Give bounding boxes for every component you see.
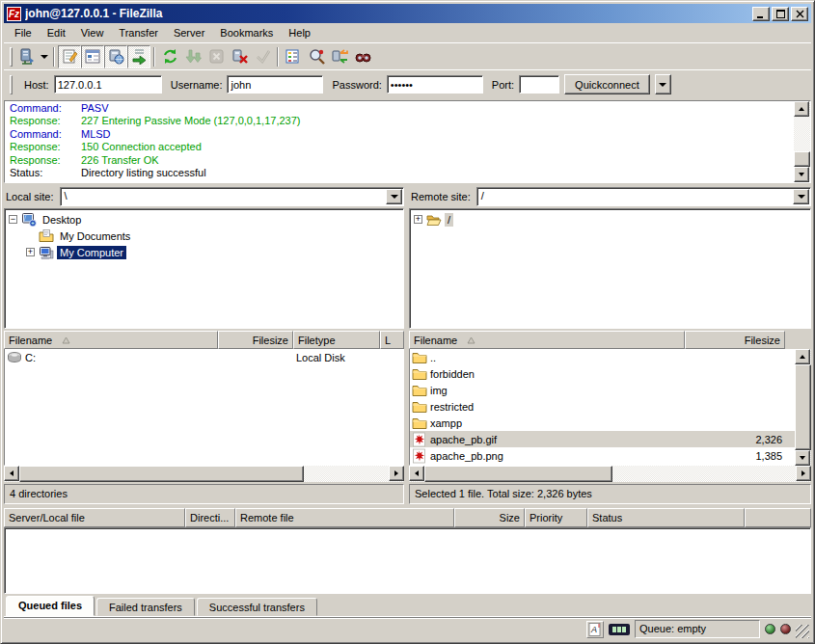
column-header-blank[interactable]	[745, 508, 811, 527]
combo-dropdown-button[interactable]	[793, 189, 809, 204]
data-type-indicator-icon[interactable]	[609, 624, 630, 635]
site-manager-icon[interactable]	[15, 45, 39, 68]
host-input[interactable]	[54, 75, 162, 94]
quickconnect-grip[interactable]	[10, 75, 13, 94]
site-manager-dropdown-button[interactable]	[39, 45, 50, 68]
toolbar-grip[interactable]	[10, 47, 13, 67]
scrollbar-thumb[interactable]	[424, 466, 612, 482]
menu-view[interactable]: View	[74, 25, 111, 40]
tree-item[interactable]: −Desktop	[5, 211, 403, 228]
scroll-up-button[interactable]	[795, 349, 810, 364]
tab-queued-files[interactable]: Queued files	[6, 596, 95, 616]
expand-icon[interactable]: +	[26, 248, 35, 256]
file-row[interactable]: ..	[410, 349, 795, 365]
scrollbar-thumb[interactable]	[19, 466, 304, 482]
password-input[interactable]	[387, 75, 483, 94]
port-input[interactable]	[519, 75, 559, 94]
triangle-down-icon	[800, 456, 805, 460]
scroll-up-button[interactable]	[794, 101, 809, 117]
scroll-down-button[interactable]	[795, 450, 810, 466]
collapse-icon[interactable]: −	[9, 215, 17, 224]
tree-item-label[interactable]: My Documents	[57, 229, 133, 243]
file-row[interactable]: restricted	[410, 398, 795, 415]
local-tree: −DesktopMy Documents+My Computer	[4, 208, 404, 329]
column-header-directi-[interactable]: Directi...	[185, 508, 235, 527]
log-line-label: Response:	[10, 115, 81, 127]
synchronized-browsing-icon[interactable]	[328, 45, 351, 68]
scroll-right-button[interactable]	[389, 466, 404, 481]
column-header-l[interactable]: L	[380, 331, 404, 349]
column-header-filesize[interactable]: Filesize	[685, 331, 785, 349]
remote-hscrollbar[interactable]	[409, 466, 811, 482]
tree-item-label[interactable]: Desktop	[40, 213, 84, 227]
transfer-type-icon[interactable]: A	[586, 621, 604, 638]
toggle-remote-tree-icon[interactable]	[104, 45, 127, 68]
cancel-operation-icon[interactable]	[204, 45, 228, 68]
column-header-server-local-file[interactable]: Server/Local file	[4, 508, 185, 527]
column-header-priority[interactable]: Priority	[525, 508, 587, 527]
file-size: 2,326	[686, 431, 786, 447]
chevron-down-icon	[391, 195, 398, 199]
tree-item[interactable]: +My Computer	[5, 244, 403, 260]
tree-item[interactable]: +/	[410, 211, 810, 228]
scroll-down-button[interactable]	[794, 167, 809, 182]
tree-item-label[interactable]: My Computer	[57, 246, 126, 259]
reconnect-icon[interactable]	[251, 45, 274, 68]
expand-icon[interactable]: +	[414, 215, 422, 224]
scrollbar-thumb[interactable]	[794, 151, 810, 167]
find-files-icon[interactable]	[351, 45, 374, 68]
maximize-button[interactable]	[772, 7, 789, 21]
toggle-queue-view-icon[interactable]	[127, 45, 150, 68]
column-header-size[interactable]: Size	[454, 508, 525, 527]
tree-item[interactable]: My Documents	[5, 228, 403, 244]
computer-icon	[39, 245, 54, 260]
process-queue-icon[interactable]	[181, 45, 204, 68]
combo-dropdown-button[interactable]	[386, 189, 402, 204]
local-hscrollbar[interactable]	[4, 466, 404, 482]
scroll-right-button[interactable]	[796, 466, 811, 481]
tab-failed-transfers[interactable]: Failed transfers	[96, 598, 195, 616]
column-header-filename[interactable]: Filename	[4, 331, 218, 349]
local-site-combo[interactable]: \	[60, 187, 404, 206]
file-row[interactable]: apache_pb.png1,385	[410, 447, 795, 464]
close-button[interactable]	[791, 7, 808, 21]
column-header-remote-file[interactable]: Remote file	[235, 508, 454, 527]
resize-grip[interactable]	[796, 625, 809, 638]
column-header-filesize[interactable]: Filesize	[218, 331, 293, 349]
disconnect-icon[interactable]	[228, 45, 251, 68]
remote-vscrollbar[interactable]	[795, 349, 811, 466]
menu-server[interactable]: Server	[167, 25, 211, 40]
toolbar-separator	[53, 47, 55, 67]
menu-bookmarks[interactable]: Bookmarks	[213, 25, 280, 40]
refresh-icon[interactable]	[158, 45, 181, 68]
column-header-status[interactable]: Status	[587, 508, 745, 527]
file-row[interactable]: xampp	[410, 415, 795, 431]
remote-site-combo[interactable]: /	[476, 187, 811, 206]
file-row[interactable]: forbidden	[410, 365, 795, 382]
file-row[interactable]: apache_pb.gif2,326	[410, 431, 795, 447]
minimize-button[interactable]	[752, 7, 770, 21]
file-row[interactable]: img	[410, 382, 795, 398]
menu-edit[interactable]: Edit	[41, 25, 72, 40]
column-header-filetype[interactable]: Filetype	[293, 331, 380, 349]
message-log-scrollbar[interactable]	[794, 101, 810, 182]
tab-successful-transfers[interactable]: Successful transfers	[197, 598, 317, 616]
quickconnect-button[interactable]: Quickconnect	[564, 74, 650, 94]
tree-item-label[interactable]: /	[445, 213, 453, 227]
scrollbar-thumb[interactable]	[795, 364, 811, 450]
toggle-message-log-icon[interactable]	[58, 45, 81, 68]
menu-help[interactable]: Help	[282, 25, 317, 40]
toggle-local-tree-icon[interactable]	[81, 45, 104, 68]
log-line: Status:Directory listing successful	[10, 167, 794, 179]
column-header-filename[interactable]: Filename	[409, 331, 685, 349]
filter-icon[interactable]	[282, 45, 305, 68]
status-bar: A Queue: empty	[4, 617, 811, 640]
scroll-left-button[interactable]	[409, 466, 424, 481]
quickconnect-dropdown-button[interactable]	[655, 74, 671, 94]
menu-file[interactable]: File	[8, 25, 39, 40]
menu-transfer[interactable]: Transfer	[112, 25, 165, 40]
scroll-left-button[interactable]	[4, 466, 19, 481]
directory-comparison-icon[interactable]	[305, 45, 328, 68]
username-input[interactable]	[227, 75, 323, 94]
file-row[interactable]: C:Local Disk	[5, 349, 403, 365]
